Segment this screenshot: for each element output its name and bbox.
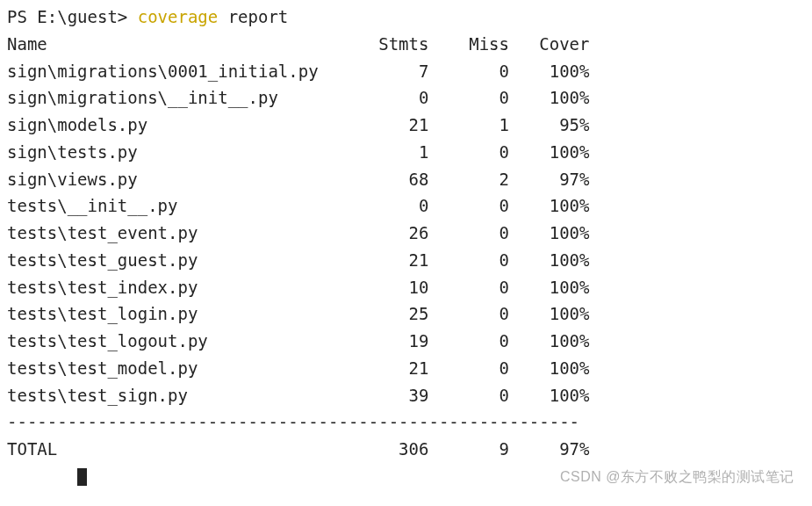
- cursor-line: [7, 463, 805, 490]
- coverage-row: tests\test_sign.py 39 0 100%: [7, 382, 805, 409]
- prompt-command: coverage: [138, 7, 219, 26]
- coverage-row: tests\test_logout.py 19 0 100%: [7, 328, 805, 355]
- prompt-args: report: [218, 7, 288, 26]
- coverage-divider: ----------------------------------------…: [7, 408, 805, 436]
- coverage-row: tests\test_event.py 26 0 100%: [7, 220, 805, 247]
- coverage-row: tests\test_login.py 25 0 100%: [7, 300, 805, 328]
- coverage-row: sign\tests.py 1 0 100%: [7, 139, 805, 166]
- coverage-row: sign\views.py 68 2 97%: [7, 166, 805, 193]
- cursor-block: [77, 468, 87, 486]
- coverage-row: tests\test_guest.py 21 0 100%: [7, 247, 805, 274]
- coverage-rows: sign\migrations\0001_initial.py 7 0 100%…: [7, 58, 805, 409]
- coverage-row: sign\migrations\0001_initial.py 7 0 100%: [7, 58, 805, 85]
- coverage-row: tests\__init__.py 0 0 100%: [7, 192, 805, 220]
- coverage-row: sign\models.py 21 1 95%: [7, 112, 805, 139]
- coverage-header: Name Stmts Miss Cover: [7, 31, 805, 58]
- prompt-line: PS E:\guest> coverage report: [7, 4, 805, 31]
- coverage-row: sign\migrations\__init__.py 0 0 100%: [7, 84, 805, 112]
- prompt-prefix: PS E:\guest>: [7, 7, 138, 26]
- coverage-total: TOTAL 306 9 97%: [7, 436, 805, 463]
- coverage-row: tests\test_model.py 21 0 100%: [7, 355, 805, 382]
- coverage-row: tests\test_index.py 10 0 100%: [7, 274, 805, 301]
